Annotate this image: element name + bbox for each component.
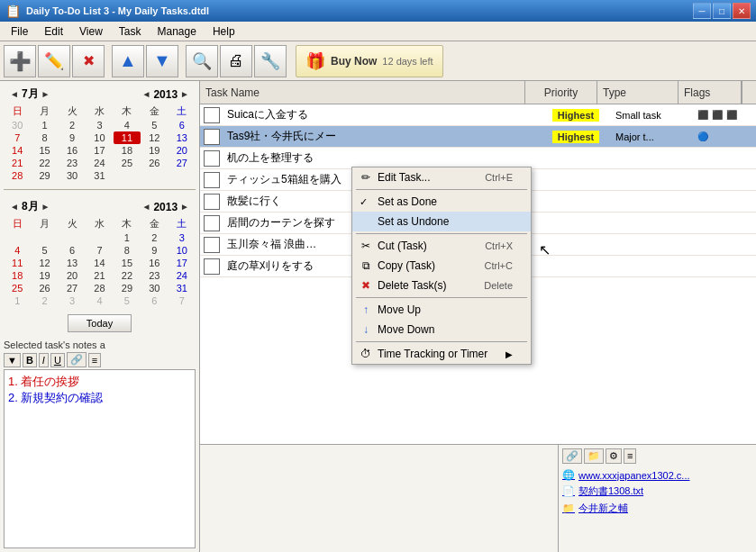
task-checkbox-5[interactable] bbox=[204, 194, 220, 210]
cal-day[interactable]: 16 bbox=[141, 257, 168, 269]
cal-day[interactable]: 9 bbox=[59, 131, 86, 144]
minimize-button[interactable]: ─ bbox=[693, 3, 711, 19]
menu-view[interactable]: View bbox=[72, 23, 110, 40]
th-priority[interactable]: Priority bbox=[525, 81, 597, 104]
ctx-cut[interactable]: ✂ Cut (Task) Ctrl+X bbox=[352, 236, 531, 256]
cal-day[interactable]: 25 bbox=[4, 282, 31, 294]
task-checkbox-3[interactable] bbox=[204, 150, 220, 167]
close-button[interactable]: ✕ bbox=[733, 3, 751, 19]
cal-day[interactable]: 1 bbox=[114, 231, 141, 244]
cal-day[interactable] bbox=[31, 231, 58, 244]
cal-day[interactable]: 17 bbox=[86, 144, 113, 157]
cal-day[interactable]: 6 bbox=[141, 294, 168, 307]
cal-day[interactable]: 8 bbox=[114, 244, 141, 257]
settings-button[interactable]: 🔧 bbox=[254, 45, 287, 77]
cal-day[interactable]: 19 bbox=[31, 269, 58, 282]
task-checkbox-6[interactable] bbox=[204, 215, 220, 231]
cal-day[interactable]: 30 bbox=[141, 282, 168, 294]
cal-day[interactable]: 5 bbox=[141, 119, 168, 131]
br-folder-btn[interactable]: 📁 bbox=[584, 448, 604, 464]
bottom-right-item-folder[interactable]: 📁 今井新之輔 bbox=[562, 500, 752, 517]
cal-day[interactable]: 5 bbox=[114, 294, 141, 307]
cal-day[interactable]: 3 bbox=[169, 231, 196, 244]
task-checkbox-8[interactable] bbox=[204, 258, 220, 275]
task-checkbox-4[interactable] bbox=[204, 172, 220, 188]
task-checkbox-2[interactable] bbox=[204, 129, 220, 145]
edit-task-button[interactable]: ✏️ bbox=[38, 45, 70, 77]
notes-link-btn[interactable]: 🔗 bbox=[67, 352, 87, 367]
cal-day[interactable]: 1 bbox=[4, 294, 31, 307]
ctx-move-up[interactable]: ↑ Move Up bbox=[352, 300, 531, 320]
cal-day[interactable]: 31 bbox=[169, 282, 196, 294]
cal-day[interactable]: 29 bbox=[114, 282, 141, 294]
cal-day[interactable]: 16 bbox=[59, 144, 86, 157]
add-task-button[interactable]: ➕ bbox=[4, 45, 36, 77]
ctx-time-tracking[interactable]: ⏱ Time Tracking or Timer ▶ bbox=[352, 344, 531, 364]
bottom-right-item-file[interactable]: 📄 契約書1308.txt bbox=[562, 483, 752, 500]
cal-day[interactable]: 2 bbox=[59, 119, 86, 131]
cal-day[interactable]: 12 bbox=[31, 257, 58, 269]
cal-day[interactable]: 17 bbox=[169, 257, 196, 269]
cal-day[interactable]: 10 bbox=[169, 244, 196, 257]
cal-day[interactable]: 22 bbox=[114, 269, 141, 282]
ctx-set-undone[interactable]: Set as Undone bbox=[352, 212, 531, 231]
cal-day[interactable]: 28 bbox=[86, 282, 113, 294]
cal-day[interactable]: 27 bbox=[169, 157, 196, 169]
ctx-edit-task[interactable]: ✏ Edit Task... Ctrl+E bbox=[352, 167, 531, 187]
cal-day[interactable]: 25 bbox=[114, 157, 141, 169]
cal-day[interactable]: 2 bbox=[141, 231, 168, 244]
july-year-next[interactable]: ► bbox=[178, 89, 192, 99]
th-type[interactable]: Type bbox=[597, 81, 679, 104]
cal-day[interactable]: 30 bbox=[59, 169, 86, 182]
move-down-button[interactable]: ▼ bbox=[146, 45, 178, 77]
cal-day[interactable]: 24 bbox=[169, 269, 196, 282]
notes-underline-btn[interactable]: U bbox=[50, 353, 65, 367]
cal-day[interactable] bbox=[141, 169, 168, 182]
cal-day[interactable]: 20 bbox=[59, 269, 86, 282]
ctx-move-down[interactable]: ↓ Move Down bbox=[352, 320, 531, 339]
cal-day[interactable]: 31 bbox=[86, 169, 113, 182]
cal-day[interactable]: 21 bbox=[86, 269, 113, 282]
cal-day[interactable] bbox=[86, 231, 113, 244]
cal-day[interactable]: 5 bbox=[31, 244, 58, 257]
cal-day[interactable]: 30 bbox=[4, 119, 31, 131]
aug-prev-btn[interactable]: ◄ bbox=[7, 202, 22, 212]
cal-day[interactable]: 23 bbox=[59, 157, 86, 169]
cal-day[interactable]: 15 bbox=[31, 144, 58, 157]
menu-file[interactable]: File bbox=[4, 23, 35, 40]
july-prev-btn[interactable]: ◄ bbox=[7, 89, 22, 99]
cal-day[interactable]: 29 bbox=[31, 169, 58, 182]
ctx-delete[interactable]: ✖ Delete Task(s) Delete bbox=[352, 276, 531, 295]
notes-format-dropdown[interactable]: ▼ bbox=[4, 353, 21, 367]
cal-day[interactable]: 11 bbox=[4, 257, 31, 269]
cal-day[interactable]: 7 bbox=[169, 294, 196, 307]
cal-day[interactable]: 18 bbox=[114, 144, 141, 157]
cal-day[interactable]: 4 bbox=[86, 294, 113, 307]
cal-day[interactable]: 3 bbox=[59, 294, 86, 307]
cal-day[interactable]: 14 bbox=[4, 144, 31, 157]
cal-day[interactable]: 19 bbox=[141, 144, 168, 157]
cal-day[interactable]: 12 bbox=[141, 131, 168, 144]
menu-manage[interactable]: Manage bbox=[150, 23, 204, 40]
br-link-btn[interactable]: 🔗 bbox=[562, 448, 582, 464]
cal-day[interactable] bbox=[169, 169, 196, 182]
maximize-button[interactable]: □ bbox=[713, 3, 731, 19]
cal-day[interactable]: 6 bbox=[169, 119, 196, 131]
notes-bold-btn[interactable]: B bbox=[23, 353, 37, 367]
cal-day[interactable]: 23 bbox=[141, 269, 168, 282]
task-checkbox-1[interactable] bbox=[204, 107, 220, 123]
menu-help[interactable]: Help bbox=[205, 23, 242, 40]
print-button[interactable]: 🖨 bbox=[220, 45, 252, 77]
cal-day[interactable]: 8 bbox=[31, 131, 58, 144]
cal-day[interactable] bbox=[4, 231, 31, 244]
ctx-copy[interactable]: ⧉ Copy (Task) Ctrl+C bbox=[352, 256, 531, 276]
cal-day[interactable]: 26 bbox=[141, 157, 168, 169]
cal-day[interactable]: 7 bbox=[4, 131, 31, 144]
july-year-prev[interactable]: ◄ bbox=[139, 89, 153, 99]
cal-day[interactable]: 28 bbox=[4, 169, 31, 182]
buy-now-section[interactable]: 🎁 Buy Now 12 days left bbox=[296, 45, 443, 77]
cal-day[interactable]: 13 bbox=[59, 257, 86, 269]
cal-day-today[interactable]: 11 bbox=[114, 131, 141, 144]
cal-day[interactable]: 3 bbox=[86, 119, 113, 131]
move-up-button[interactable]: ▲ bbox=[112, 45, 144, 77]
